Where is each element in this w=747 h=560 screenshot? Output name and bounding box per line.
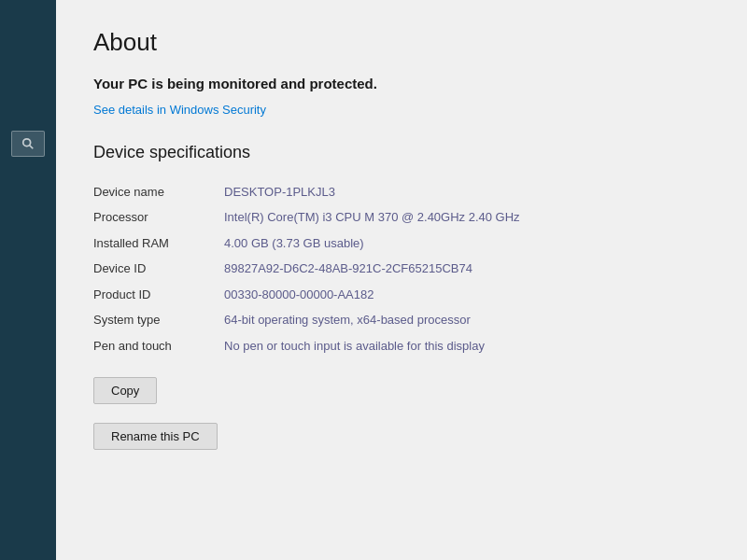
spec-label: Installed RAM xyxy=(93,231,224,257)
svg-point-0 xyxy=(23,139,31,147)
spec-value: 89827A92-D6C2-48AB-921C-2CF65215CB74 xyxy=(224,256,710,282)
spec-label: Device name xyxy=(93,179,224,205)
spec-row: System type64-bit operating system, x64-… xyxy=(93,307,710,333)
spec-value: Intel(R) Core(TM) i3 CPU M 370 @ 2.40GHz… xyxy=(224,204,710,231)
spec-row: Installed RAM4.00 GB (3.73 GB usable) xyxy=(93,231,710,257)
spec-row: Product ID00330-80000-00000-AA182 xyxy=(93,282,710,308)
security-message: Your PC is being monitored and protected… xyxy=(93,74,392,95)
spec-row: ProcessorIntel(R) Core(TM) i3 CPU M 370 … xyxy=(93,204,710,231)
svg-line-1 xyxy=(30,146,34,149)
spec-label: Product ID xyxy=(93,282,224,308)
spec-label: Processor xyxy=(93,204,224,231)
spec-row: Pen and touchNo pen or touch input is av… xyxy=(93,333,710,359)
spec-label: Device ID xyxy=(93,256,224,282)
spec-label: Pen and touch xyxy=(93,333,224,359)
spec-label: System type xyxy=(93,307,224,333)
search-icon xyxy=(21,137,35,150)
spec-value: 4.00 GB (3.73 GB usable) xyxy=(224,231,710,257)
device-specs-heading: Device specifications xyxy=(93,143,710,162)
spec-value: 64-bit operating system, x64-based proce… xyxy=(224,307,710,333)
rename-pc-button[interactable]: Rename this PC xyxy=(93,423,218,450)
spec-value: DESKTOP-1PLKJL3 xyxy=(224,179,710,205)
spec-row: Device ID89827A92-D6C2-48AB-921C-2CF6521… xyxy=(93,256,710,282)
spec-value: 00330-80000-00000-AA182 xyxy=(224,282,710,308)
spec-row: Device nameDESKTOP-1PLKJL3 xyxy=(93,179,710,205)
main-content: About Your PC is being monitored and pro… xyxy=(56,0,747,560)
copy-button[interactable]: Copy xyxy=(93,377,157,404)
windows-security-link[interactable]: See details in Windows Security xyxy=(93,103,710,117)
specs-table: Device nameDESKTOP-1PLKJL3ProcessorIntel… xyxy=(93,179,710,359)
page-title: About xyxy=(93,28,710,57)
spec-value: No pen or touch input is available for t… xyxy=(224,333,710,359)
sidebar xyxy=(0,0,56,560)
search-box[interactable] xyxy=(11,131,45,157)
